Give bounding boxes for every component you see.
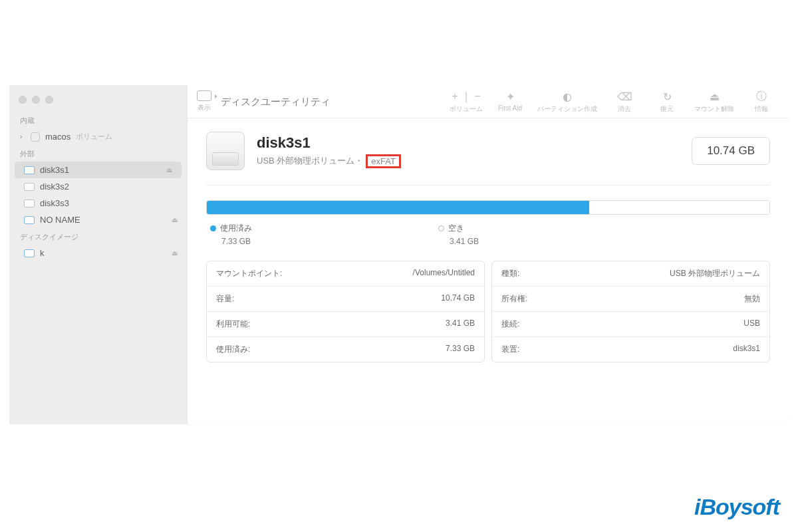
watermark: iBoysoft [694,494,779,520]
info-row: 装置:disk3s1 [492,337,769,362]
info-column-right: 種類:USB 外部物理ボリューム 所有権:無効 接続:USB 装置:disk3s… [491,261,770,362]
content: disk3s1 USB 外部物理ボリューム・ exFAT 10.74 GB 使用… [188,118,789,424]
sidebar-item-label: macos [45,132,70,142]
sidebar-item-disk3s3[interactable]: disk3s3 [9,195,187,211]
toolbar: 表示 ディスクユーティリティ + ｜ − ボリューム ✦ First Aid ◐… [188,85,789,118]
volume-header: disk3s1 USB 外部物理ボリューム・ exFAT 10.74 GB [206,132,770,170]
info-row: 使用済み:7.33 GB [207,337,484,362]
dot-icon [438,225,444,231]
sidebar-item-noname[interactable]: NO NAME ⏏ [9,211,187,228]
chevron-right-icon: › [20,133,25,140]
filesystem-badge: exFAT [366,154,401,168]
view-menu[interactable]: 表示 [197,90,211,112]
external-disk-icon [24,200,35,207]
sidebar-section-internal: 内蔵 [9,112,187,128]
info-row: 接続:USB [492,312,769,337]
window-title: ディスクユーティリティ [221,96,331,108]
close-icon[interactable] [19,96,27,104]
volume-name: disk3s1 [257,134,680,152]
usage-legend: 使用済み 7.33 GB 空き 3.41 GB [206,223,770,261]
zoom-icon[interactable] [45,96,53,104]
unmount-icon: ⏏ [710,90,720,102]
toolbar-unmount-button[interactable]: ⏏ マウント解除 [694,90,734,114]
toolbar-erase-button[interactable]: ⌫ 消去 [609,90,640,114]
toolbar-restore-button[interactable]: ↻ 復元 [652,90,682,114]
info-grid: マウントポイント:/Volumes/Untitled 容量:10.74 GB 利… [206,261,770,362]
sidebar-item-k[interactable]: k ⏏ [9,245,187,261]
volume-subtitle: USB 外部物理ボリューム・ exFAT [257,154,680,168]
usage-bar-used [207,201,589,214]
info-row: 種類:USB 外部物理ボリューム [492,261,769,287]
eject-icon[interactable]: ⏏ [172,216,178,223]
sidebar-item-label: disk3s3 [40,198,69,208]
sidebar-item-disk3s2[interactable]: disk3s2 [9,178,187,195]
external-disk-icon [24,183,35,191]
usage-bar [206,200,770,215]
sidebar-item-label: NO NAME [40,215,80,225]
external-disk-icon [24,166,35,174]
sidebar-item-label: disk3s1 [40,165,69,175]
sidebar-section-external: 外部 [9,145,187,162]
sidebar-toggle-icon [197,90,211,101]
toolbar-info-button[interactable]: ⓘ 情報 [746,90,777,114]
eject-icon[interactable]: ⏏ [172,249,178,257]
legend-free: 空き 3.41 GB [438,223,479,246]
plus-minus-icon: + ｜ − [452,90,481,102]
view-label: 表示 [198,103,211,112]
info-row: マウントポイント:/Volumes/Untitled [207,261,484,287]
sidebar-item-label: k [40,248,45,258]
info-row: 利用可能:3.41 GB [207,312,484,337]
sidebar-item-label: disk3s2 [40,182,69,192]
sidebar-item-disk3s1[interactable]: disk3s1 ⏏ [15,162,182,178]
info-row: 所有権:無効 [492,287,769,312]
sidebar: 内蔵 › macos ボリューム 外部 disk3s1 ⏏ disk3s2 di… [9,85,188,424]
info-column-left: マウントポイント:/Volumes/Untitled 容量:10.74 GB 利… [206,261,485,362]
info-row: 容量:10.74 GB [207,287,484,312]
toolbar-firstaid-button[interactable]: ✦ First Aid [495,90,525,112]
volume-icon [206,132,245,170]
disk-utility-window: 内蔵 › macos ボリューム 外部 disk3s1 ⏏ disk3s2 di… [9,85,789,424]
toolbar-partition-button[interactable]: ◐ パーティション作成 [537,90,597,114]
toolbar-volume-button[interactable]: + ｜ − ボリューム [450,90,483,114]
eject-icon[interactable]: ⏏ [166,166,172,174]
capacity-badge: 10.74 GB [692,137,770,165]
sidebar-item-macos[interactable]: › macos ボリューム [9,128,187,145]
legend-used: 使用済み 7.33 GB [210,223,252,246]
pie-icon: ◐ [563,90,572,102]
window-controls[interactable] [9,90,187,112]
restore-icon: ↻ [663,90,672,102]
divider [206,185,770,186]
main-panel: 表示 ディスクユーティリティ + ｜ − ボリューム ✦ First Aid ◐… [188,85,789,424]
volume-group-icon [31,132,40,142]
sidebar-item-suffix: ボリューム [76,132,112,142]
external-disk-icon [24,216,35,224]
minimize-icon[interactable] [32,96,40,104]
usage-bar-free [589,201,769,214]
disk-image-icon [24,249,35,257]
dot-icon [210,225,216,231]
stethoscope-icon: ✦ [506,90,515,102]
erase-icon: ⌫ [617,90,632,102]
sidebar-section-diskimage: ディスクイメージ [9,228,187,245]
info-icon: ⓘ [756,90,767,102]
